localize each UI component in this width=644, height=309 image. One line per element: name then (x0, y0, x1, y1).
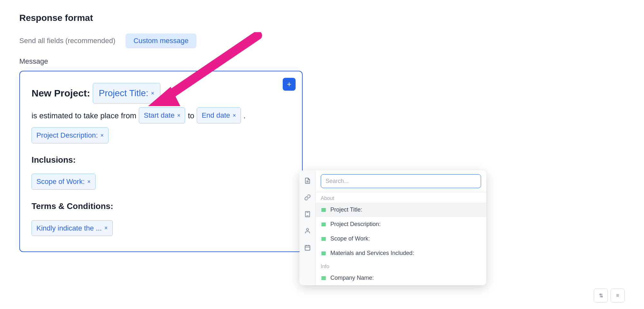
dropdown-item-label-3: Materials and Services Included: (330, 250, 414, 257)
message-editor[interactable]: + New Project: Project Title: × is estim… (19, 71, 303, 252)
dropdown-item-label-company: Company Name: (330, 275, 374, 281)
editor-line-2: is estimated to take place from Start da… (32, 107, 290, 123)
dropdown-item-label-1: Project Description: (330, 221, 381, 228)
editor-line-terms: Kindly indicate the ... × (32, 220, 290, 236)
terms-heading: Terms & Conditions: (32, 199, 113, 214)
person-icon[interactable] (302, 226, 313, 236)
link-icon[interactable] (302, 192, 313, 203)
estimated-text: is estimated to take place from (32, 109, 136, 123)
tag-project-desc-close[interactable]: × (100, 130, 104, 141)
svg-rect-13 (305, 245, 310, 250)
dropdown-item-label-2: Scope of Work: (330, 235, 370, 242)
tag-project-title[interactable]: Project Title: × (93, 83, 161, 104)
about-section-label: About (316, 192, 486, 203)
dropdown-item-project-title[interactable]: Project Title: (316, 203, 486, 217)
dropdown-item-scope[interactable]: Scope of Work: (316, 232, 486, 246)
item-icon-0 (321, 207, 327, 213)
dropdown-item-materials[interactable]: Materials and Services Included: (316, 246, 486, 260)
editor-line-terms-heading: Terms & Conditions: (32, 194, 290, 216)
tag-start-date[interactable]: Start date × (139, 107, 185, 123)
new-project-text: New Project: (32, 85, 90, 102)
dropdown-item-project-desc[interactable]: Project Description: (316, 217, 486, 232)
tag-project-title-close[interactable]: × (151, 88, 155, 98)
field-picker-dropdown: About Project Title: (299, 170, 486, 285)
send-all-label: Send all fields (recommended) (19, 37, 115, 45)
item-icon-2 (321, 236, 327, 242)
tag-terms-close[interactable]: × (104, 223, 108, 233)
info-section-label: Info (316, 260, 486, 271)
calculator-icon[interactable] (302, 209, 313, 219)
calendar-icon[interactable] (302, 242, 313, 253)
editor-line-inclusions: Inclusions: (32, 147, 290, 170)
format-row: Send all fields (recommended) Custom mes… (19, 33, 625, 48)
item-icon-3 (321, 250, 327, 256)
dropdown-item-label-0: Project Title: (330, 206, 362, 213)
document-icon[interactable] (302, 176, 313, 186)
message-label: Message (19, 57, 625, 66)
item-icon-1 (321, 222, 327, 227)
item-icon-info-0 (321, 275, 327, 281)
list-view-button[interactable]: ≡ (611, 288, 625, 303)
inclusions-heading: Inclusions: (32, 152, 76, 168)
search-box (316, 170, 486, 192)
section-title: Response format (19, 13, 625, 23)
editor-line-scope: Scope of Work: × (32, 174, 290, 190)
custom-message-button[interactable]: Custom message (126, 33, 196, 48)
bottom-bar: ⇅ ≡ (594, 288, 625, 303)
editor-line-1: New Project: Project Title: × (32, 83, 290, 104)
tag-start-date-close[interactable]: × (177, 110, 181, 121)
search-input[interactable] (321, 174, 481, 188)
editor-line-3: Project Description: × (32, 127, 290, 143)
tag-end-date[interactable]: End date × (197, 107, 241, 123)
dropdown-main: About Project Title: (316, 170, 486, 285)
svg-point-12 (306, 229, 308, 231)
tag-terms[interactable]: Kindly indicate the ... × (32, 220, 113, 236)
prev-page-button[interactable]: ⇅ (594, 288, 608, 303)
tag-end-date-close[interactable]: × (232, 110, 236, 121)
dropdown-sidebar (299, 170, 316, 285)
tag-project-desc[interactable]: Project Description: × (32, 127, 109, 143)
plus-button[interactable]: + (283, 78, 296, 91)
period-text: . (243, 109, 246, 123)
tag-scope-close[interactable]: × (87, 177, 91, 187)
to-text: to (188, 109, 194, 123)
tag-scope[interactable]: Scope of Work: × (32, 174, 96, 190)
message-area: + New Project: Project Title: × is estim… (19, 71, 303, 252)
dropdown-item-company[interactable]: Company Name: (316, 271, 486, 285)
editor-content: New Project: Project Title: × is estimat… (32, 83, 290, 236)
